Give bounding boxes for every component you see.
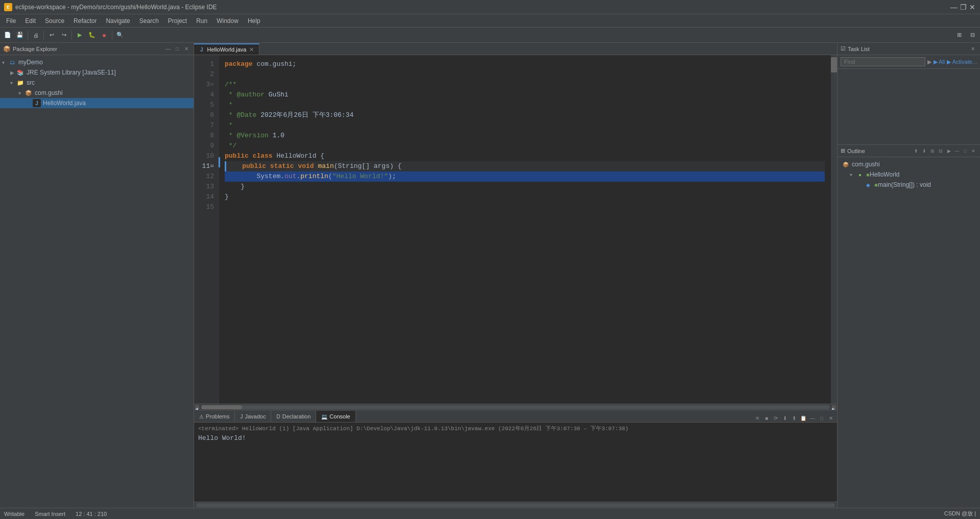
- console-btn-4[interactable]: ⬇: [781, 414, 789, 422]
- menu-run[interactable]: Run: [192, 16, 211, 26]
- toolbar-undo[interactable]: ↩: [46, 30, 57, 41]
- outline-icon-4[interactable]: ⊟: [937, 147, 944, 155]
- tree-item-helloworldjava[interactable]: J HelloWorld.java: [0, 98, 194, 108]
- toolbar-debug[interactable]: 🐛: [86, 30, 98, 41]
- bottom-tab-console[interactable]: 💻 Console: [316, 411, 355, 422]
- console-btn-6[interactable]: 📋: [799, 414, 807, 422]
- line-num-15: 15: [194, 202, 218, 212]
- brand-label: CSDN @放 |: [944, 510, 976, 516]
- bottom-tab-declaration[interactable]: D Declaration: [271, 411, 316, 422]
- outline-icon-3[interactable]: ⊞: [929, 147, 936, 155]
- center-panel: J HelloWorld.java ✕ 1 2 3= 4 5 6 7 8 9 1…: [194, 43, 837, 508]
- vscroll-thumb[interactable]: [831, 57, 837, 72]
- package-explorer-tree: ▾ 🗂 myDemo ▶ 📚 JRE System Library [JavaS…: [0, 55, 194, 508]
- activate-label[interactable]: ▶ Activate...: [947, 59, 977, 65]
- code-line-11: public static void main(String[] args) {: [225, 161, 825, 171]
- outline-icon-1[interactable]: ⬆: [913, 147, 920, 155]
- console-btn-3[interactable]: ⟳: [772, 414, 780, 422]
- toolbar-stop[interactable]: ■: [99, 30, 110, 41]
- tree-arrow-mydemo[interactable]: ▾: [2, 60, 8, 65]
- tree-item-comgushi[interactable]: ▾ 📦 com.gushi: [0, 88, 194, 98]
- outline-visibility-main: ◉: [874, 183, 878, 187]
- menu-help[interactable]: Help: [244, 16, 265, 26]
- outline-icon-5[interactable]: ▶: [945, 147, 952, 155]
- tree-label-src: src: [27, 79, 35, 86]
- toolbar-save[interactable]: 💾: [14, 30, 26, 41]
- menu-edit[interactable]: Edit: [21, 16, 40, 26]
- menu-file[interactable]: File: [2, 16, 20, 26]
- tree-arrow-comgushi[interactable]: ▾: [18, 90, 25, 96]
- tree-arrow-src[interactable]: ▾: [10, 80, 16, 86]
- menu-search[interactable]: Search: [135, 16, 163, 26]
- outline-item-main[interactable]: ◆ ◉ main(String[]) : void: [840, 180, 978, 190]
- outline-icon-2[interactable]: ⬇: [921, 147, 928, 155]
- bottom-hscroll[interactable]: [194, 502, 837, 508]
- minimize-button[interactable]: —: [950, 4, 958, 11]
- outline-item-comgushi[interactable]: 📦 com.gushi: [840, 159, 978, 169]
- toolbar-right: ⊞ ⊟: [953, 30, 978, 41]
- console-btn-5[interactable]: ⬆: [790, 414, 798, 422]
- task-list-title-area: ☑ Task List: [841, 45, 870, 52]
- code-line-5: *: [225, 100, 825, 110]
- bottom-tab-javadoc[interactable]: J Javadoc: [235, 411, 271, 422]
- outline-close[interactable]: ✕: [970, 147, 977, 155]
- tab-java-icon: J: [199, 47, 204, 53]
- menu-project[interactable]: Project: [164, 16, 191, 26]
- outline-label-main: main(String[]) : void: [878, 181, 931, 188]
- console-maximize[interactable]: □: [818, 414, 826, 422]
- outline-minimize[interactable]: —: [953, 147, 961, 155]
- tree-item-src[interactable]: ▾ 📁 src: [0, 78, 194, 88]
- library-icon: 📚: [16, 68, 25, 77]
- toolbar-print[interactable]: 🖨: [30, 30, 41, 41]
- package-explorer-header: 📦 Package Explorer — □ ✕: [0, 43, 194, 55]
- terminated-line: <terminated> HelloWorld (1) [Java Applic…: [198, 425, 833, 432]
- tree-label-jre: JRE System Library [JavaSE-11]: [27, 69, 116, 76]
- hscroll-right[interactable]: ▸: [832, 405, 836, 409]
- outline-spacer: [858, 182, 864, 188]
- panel-header-icons: — □ ✕: [164, 45, 190, 53]
- tab-close-icon[interactable]: ✕: [249, 46, 254, 53]
- toolbar-search[interactable]: 🔍: [114, 30, 126, 41]
- outline-item-helloworld[interactable]: ▾ ● ◉ HelloWorld: [840, 169, 978, 180]
- menu-refactor[interactable]: Refactor: [69, 16, 101, 26]
- toolbar-sep-1: [28, 31, 28, 40]
- code-line-6: * @Date 2022年6月26日 下午3:06:34: [225, 110, 825, 120]
- eclipse-icon: E: [4, 3, 12, 11]
- toolbar-run[interactable]: ▶: [74, 30, 85, 41]
- hscroll-left[interactable]: ◂: [195, 405, 199, 409]
- editor-tab-helloworld[interactable]: J HelloWorld.java ✕: [194, 43, 259, 55]
- maximize-panel-icon[interactable]: □: [173, 45, 181, 53]
- line-num-10: 10: [194, 151, 218, 161]
- toolbar-perspectives[interactable]: ⊟: [967, 30, 978, 41]
- minimize-panel-icon[interactable]: —: [164, 45, 172, 53]
- hscroll-thumb[interactable]: [201, 405, 242, 409]
- editor-vscrollbar[interactable]: [831, 55, 837, 404]
- all-label[interactable]: ▶ All: [934, 59, 945, 65]
- console-stop-btn[interactable]: ■: [762, 414, 771, 422]
- outline-maximize[interactable]: □: [962, 147, 969, 155]
- tree-item-mydemo[interactable]: ▾ 🗂 myDemo: [0, 57, 194, 67]
- close-panel-icon[interactable]: ✕: [182, 45, 190, 53]
- menu-navigate[interactable]: Navigate: [102, 16, 134, 26]
- outline-arrow-helloworld[interactable]: ▾: [850, 172, 856, 178]
- editor-hscrollbar[interactable]: ◂ ▸: [194, 404, 837, 410]
- bottom-tab-problems[interactable]: ⚠ Problems: [194, 411, 235, 422]
- tree-arrow-jre[interactable]: ▶: [10, 70, 16, 76]
- task-list-close[interactable]: ✕: [969, 45, 977, 53]
- maximize-button[interactable]: ❐: [960, 4, 967, 11]
- console-clear-btn[interactable]: ✕: [753, 414, 761, 422]
- menu-window[interactable]: Window: [212, 16, 243, 26]
- menu-source[interactable]: Source: [41, 16, 68, 26]
- toolbar-redo[interactable]: ↪: [58, 30, 69, 41]
- task-list-find-input[interactable]: [841, 57, 925, 66]
- close-button[interactable]: ✕: [969, 4, 976, 11]
- editor-area[interactable]: 1 2 3= 4 5 6 7 8 9 10 11= 12 13 14 15 pa…: [194, 55, 837, 404]
- toolbar-new[interactable]: 📄: [2, 30, 13, 41]
- hscroll-track[interactable]: [201, 405, 830, 409]
- console-close[interactable]: ✕: [827, 414, 835, 422]
- console-minimize[interactable]: —: [808, 414, 817, 422]
- code-editor[interactable]: package com.gushi; /** * @author GuShi *…: [219, 55, 831, 404]
- toolbar-open-perspective[interactable]: ⊞: [953, 30, 965, 41]
- outline-panel: ⊞ Outline ⬆ ⬇ ⊞ ⊟ ▶ — □ ✕ 📦 co: [838, 145, 980, 508]
- tree-item-jre[interactable]: ▶ 📚 JRE System Library [JavaSE-11]: [0, 67, 194, 78]
